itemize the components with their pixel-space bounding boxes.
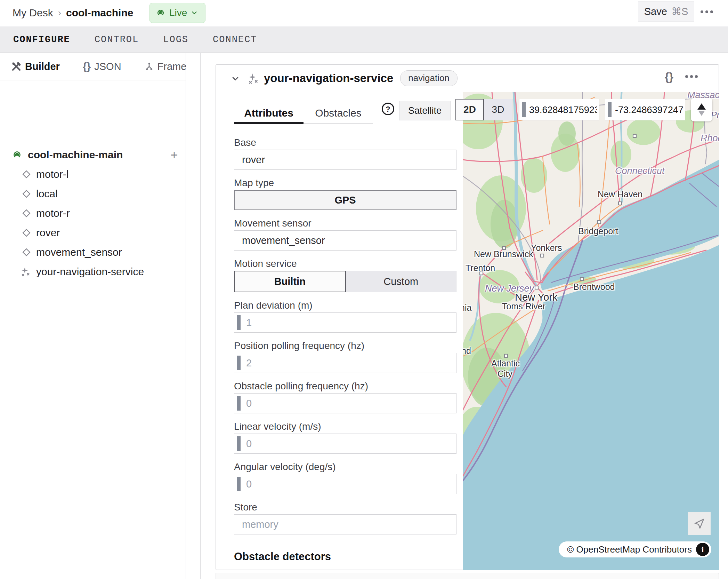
angular-velocity-input[interactable]: [234, 474, 456, 494]
map-type-label: Map type: [234, 177, 456, 189]
map-label-toms-river: Toms River: [502, 301, 545, 311]
linear-velocity-input[interactable]: [234, 434, 456, 453]
tree-item-movement-sensor[interactable]: movement_sensor: [22, 246, 122, 258]
card-more-options-button[interactable]: [685, 70, 706, 84]
map-attribution: © OpenStreetMap Contributors i: [559, 541, 711, 557]
sidebar-view-switcher: Builder {} JSON Frame: [0, 53, 186, 80]
map-label-bridgeport: Bridgeport: [578, 226, 618, 236]
tab-connect[interactable]: CONNECT: [213, 34, 257, 45]
store-input[interactable]: [234, 515, 456, 534]
base-label: Base: [234, 137, 456, 148]
tab-attributes[interactable]: Attributes: [234, 98, 304, 124]
card-header-actions: {}: [665, 70, 706, 84]
top-bar: My Desk › cool-machine Live Save ⌘S: [0, 0, 728, 26]
number-drag-handle[interactable]: [237, 315, 241, 330]
mode-2d-button[interactable]: 2D: [455, 99, 484, 120]
map-label-new-haven: New Haven: [598, 189, 642, 199]
view-tab-json[interactable]: {} JSON: [83, 61, 121, 72]
component-diamond-icon: [22, 169, 31, 179]
tree-item-local[interactable]: local: [22, 188, 58, 200]
tree-machine-root[interactable]: cool-machine-main: [11, 149, 123, 161]
breadcrumb-root-link[interactable]: My Desk: [13, 7, 53, 19]
movement-sensor-input[interactable]: [234, 231, 456, 250]
plan-deviation-input[interactable]: [234, 313, 456, 332]
service-type-badge: navigation: [400, 70, 458, 86]
help-icon[interactable]: ?: [381, 102, 395, 116]
map-label-atlantic-city-2: City: [498, 369, 512, 379]
machine-name-label: cool-machine-main: [28, 149, 123, 161]
longitude-input[interactable]: [614, 99, 684, 121]
machine-online-icon: [11, 149, 23, 161]
map-label-brentwood: Brentwood: [573, 282, 615, 292]
tree-item-motor-l[interactable]: motor-l: [22, 168, 68, 180]
number-drag-handle[interactable]: [237, 436, 241, 451]
number-drag-handle[interactable]: [237, 477, 241, 491]
service-sparkle-icon: [247, 72, 260, 85]
live-status-dropdown[interactable]: Live: [149, 3, 205, 23]
info-icon[interactable]: i: [696, 543, 709, 556]
zoom-stepper-control[interactable]: [691, 98, 712, 121]
tab-configure[interactable]: CONFIGURE: [13, 34, 70, 45]
tree-item-label: rover: [36, 227, 60, 239]
breadcrumb-chevron-icon: ›: [58, 7, 61, 18]
latitude-drag-handle[interactable]: [522, 102, 526, 117]
zoom-out-arrow-icon[interactable]: [698, 111, 705, 116]
map-label-trenton: Trenton: [466, 263, 495, 273]
breadcrumb: My Desk › cool-machine: [13, 7, 133, 19]
map-label-left-partial: nd: [463, 346, 471, 356]
navigation-map[interactable]: Massach Pro Rhod Connecticut New Haven B…: [463, 92, 719, 570]
tab-obstacles[interactable]: Obstacles: [304, 98, 373, 124]
base-input[interactable]: [234, 150, 456, 169]
tab-logs[interactable]: LOGS: [163, 34, 188, 45]
map-label-rhode-island: Rhod: [701, 133, 719, 144]
more-options-button[interactable]: [701, 5, 721, 19]
position-polling-input[interactable]: [234, 353, 456, 373]
builder-tools-icon: [11, 61, 22, 72]
motion-custom-option[interactable]: Custom: [346, 271, 457, 292]
map-label-new-brunswick: New Brunswick: [474, 249, 533, 259]
card-json-icon[interactable]: {}: [665, 70, 673, 83]
chevron-down-icon: [191, 9, 198, 17]
obstacle-polling-label: Obstacle polling frequency (hz): [234, 381, 456, 392]
view-tab-builder[interactable]: Builder: [11, 61, 60, 72]
add-component-button[interactable]: +: [168, 149, 180, 161]
obstacle-polling-input[interactable]: [234, 394, 456, 413]
viam-app-window: My Desk › cool-machine Live Save ⌘S CONF…: [0, 0, 728, 579]
longitude-drag-handle[interactable]: [608, 102, 612, 117]
tree-item-rover[interactable]: rover: [22, 227, 60, 239]
map-canvas: [463, 92, 719, 570]
recenter-button[interactable]: [688, 512, 711, 535]
satellite-toggle-button[interactable]: Satellite: [399, 101, 451, 120]
tree-item-label: movement_sensor: [36, 246, 122, 258]
tree-item-label: motor-r: [36, 207, 70, 219]
position-polling-label: Position polling frequency (hz): [234, 340, 456, 351]
motion-builtin-option[interactable]: Builtin: [234, 271, 346, 292]
motion-service-toggle: Builtin Custom: [234, 271, 456, 292]
zoom-in-arrow-icon[interactable]: [697, 103, 706, 110]
view-tab-frame[interactable]: Frame: [144, 61, 187, 72]
svg-text:?: ?: [386, 105, 390, 113]
component-diamond-icon: [22, 208, 31, 218]
tree-item-label: motor-l: [36, 168, 68, 180]
position-polling-input-wrap: [234, 353, 456, 373]
collapse-chevron-icon[interactable]: [230, 74, 240, 84]
view-tab-builder-label: Builder: [25, 61, 60, 72]
linear-velocity-input-wrap: [234, 434, 456, 454]
panel-divider[interactable]: [200, 53, 201, 579]
tab-control[interactable]: CONTROL: [95, 34, 139, 45]
latitude-input[interactable]: [528, 99, 598, 121]
number-drag-handle[interactable]: [237, 356, 241, 370]
motion-service-label: Motion service: [234, 258, 456, 269]
map-label-yonkers: Yonkers: [531, 243, 562, 253]
navigation-arrow-icon: [693, 517, 705, 530]
config-sidebar: Builder {} JSON Frame cool-machine-mai: [0, 53, 186, 579]
save-button[interactable]: Save ⌘S: [638, 1, 694, 22]
tree-item-navigation-service[interactable]: your-navigation-service: [20, 266, 144, 278]
frame-axes-icon: [144, 62, 154, 71]
next-card-peek: [216, 573, 719, 579]
live-signal-icon: [155, 8, 166, 18]
tree-item-motor-r[interactable]: motor-r: [22, 207, 70, 219]
map-type-gps-button[interactable]: GPS: [234, 190, 456, 210]
mode-3d-button[interactable]: 3D: [484, 99, 512, 120]
number-drag-handle[interactable]: [237, 396, 241, 411]
